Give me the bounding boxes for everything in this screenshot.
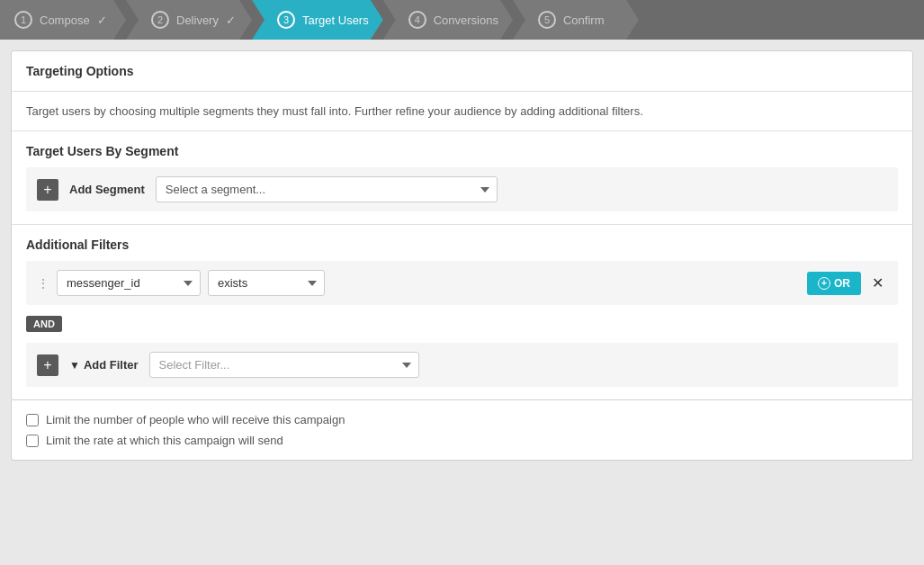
- segment-section: Target Users By Segment + Add Segment Se…: [12, 131, 912, 225]
- plus-circle-icon: +: [818, 277, 830, 290]
- step-num-conversions: 4: [408, 11, 426, 29]
- step-label-conversions: Conversions: [434, 13, 498, 27]
- and-badge: AND: [26, 310, 898, 337]
- limit-number-label: Limit the number of people who will rece…: [46, 413, 345, 426]
- checkbox-row-limit-number: Limit the number of people who will rece…: [26, 413, 898, 426]
- or-button[interactable]: + OR: [807, 272, 861, 295]
- wizard-step-confirm[interactable]: 5 Confirm: [513, 0, 639, 40]
- filters-section: Additional Filters ⋮ messenger_id exists…: [12, 225, 912, 399]
- limit-rate-label: Limit the rate at which this campaign wi…: [46, 434, 283, 447]
- limit-rate-checkbox[interactable]: [26, 435, 39, 447]
- filter-condition-dropdown[interactable]: exists: [208, 270, 325, 296]
- targeting-description: Target users by choosing multiple segmen…: [26, 104, 643, 118]
- step-num-delivery: 2: [151, 11, 169, 29]
- limit-number-checkbox[interactable]: [26, 414, 39, 426]
- or-btn-label: OR: [834, 277, 850, 290]
- step-label-delivery: Delivery: [176, 13, 219, 27]
- check-icon-delivery: ✓: [226, 13, 236, 27]
- targeting-card: Targeting Options Target users by choosi…: [11, 50, 913, 400]
- step-label-confirm: Confirm: [563, 13, 605, 27]
- wizard-step-compose[interactable]: 1 Compose ✓: [0, 0, 126, 40]
- targeting-title-section: Targeting Options: [12, 51, 912, 92]
- add-segment-label: Add Segment: [69, 183, 145, 196]
- main-content: Targeting Options Target users by choosi…: [0, 40, 924, 565]
- wizard-step-conversions[interactable]: 4 Conversions: [383, 0, 513, 40]
- add-filter-button[interactable]: +: [37, 354, 58, 376]
- funnel-icon: ▼: [69, 359, 80, 372]
- filter-row: ⋮ messenger_id exists + OR ✕: [26, 261, 898, 305]
- segment-dropdown[interactable]: Select a segment...: [156, 176, 498, 202]
- checkboxes-section: Limit the number of people who will rece…: [11, 400, 913, 461]
- wizard-step-target-users[interactable]: 3 Target Users: [252, 0, 383, 40]
- step-num-confirm: 5: [538, 11, 556, 29]
- filter-type-dropdown[interactable]: Select Filter...: [149, 352, 419, 378]
- filters-section-title: Additional Filters: [26, 238, 898, 252]
- wizard-header: 1 Compose ✓ 2 Delivery ✓ 3 Target Users …: [0, 0, 924, 40]
- targeting-description-section: Target users by choosing multiple segmen…: [12, 92, 912, 131]
- add-filter-row: + ▼ Add Filter Select Filter...: [26, 343, 898, 387]
- add-filter-label: ▼ Add Filter: [69, 358, 139, 372]
- segment-section-title: Target Users By Segment: [26, 144, 898, 158]
- filter-field-dropdown[interactable]: messenger_id: [57, 270, 201, 296]
- step-num-target: 3: [277, 11, 295, 29]
- checkbox-row-limit-rate: Limit the rate at which this campaign wi…: [26, 434, 898, 447]
- step-label-compose: Compose: [40, 13, 90, 27]
- drag-handle-icon[interactable]: ⋮: [37, 276, 49, 291]
- remove-filter-button[interactable]: ✕: [868, 273, 887, 293]
- wizard-step-delivery[interactable]: 2 Delivery ✓: [126, 0, 252, 40]
- targeting-title: Targeting Options: [26, 64, 134, 78]
- segment-row: + Add Segment Select a segment...: [26, 167, 898, 211]
- step-label-target: Target Users: [302, 13, 369, 27]
- check-icon-compose: ✓: [97, 13, 107, 27]
- add-segment-button[interactable]: +: [37, 179, 58, 201]
- step-num-compose: 1: [14, 11, 32, 29]
